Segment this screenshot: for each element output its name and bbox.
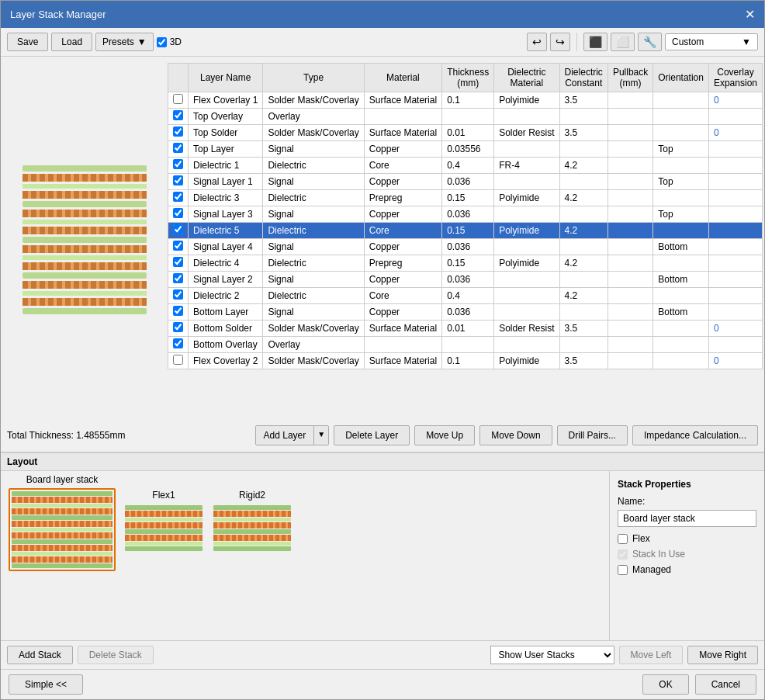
impedance-button[interactable]: Impedance Calculation... — [632, 425, 758, 445]
table-row[interactable]: Dielectric 5 Dielectric Core 0.15 Polyim… — [168, 223, 763, 239]
row-name-cell[interactable]: Signal Layer 1 — [189, 174, 263, 190]
row-check-cell[interactable] — [168, 92, 189, 109]
drill-pairs-button[interactable]: Drill Pairs... — [557, 425, 628, 445]
row-checkbox[interactable] — [173, 257, 183, 267]
redo-button[interactable]: ↪ — [550, 33, 570, 51]
cancel-button[interactable]: Cancel — [695, 674, 756, 695]
row-checkbox[interactable] — [173, 322, 183, 332]
row-checkbox[interactable] — [173, 159, 183, 169]
row-name-cell[interactable]: Signal Layer 3 — [189, 206, 263, 223]
row-checkbox[interactable] — [173, 110, 183, 120]
managed-checkbox-row[interactable]: Managed — [618, 564, 756, 575]
row-check-cell[interactable] — [168, 337, 189, 353]
row-name-cell[interactable]: Dielectric 5 — [189, 223, 263, 239]
delete-layer-button[interactable]: Delete Layer — [334, 425, 410, 445]
table-row[interactable]: Bottom Overlay Overlay — [168, 337, 763, 353]
row-checkbox[interactable] — [173, 273, 183, 283]
icon-btn-1[interactable]: ⬛ — [583, 33, 608, 51]
table-row[interactable]: Dielectric 4 Dielectric Prepreg 0.15 Pol… — [168, 255, 763, 272]
row-check-cell[interactable] — [168, 190, 189, 206]
custom-select[interactable]: Custom ▼ — [665, 33, 758, 50]
stack-box-rigid2[interactable] — [212, 504, 292, 553]
row-name-cell[interactable]: Top Overlay — [189, 109, 263, 125]
managed-checkbox[interactable] — [618, 565, 628, 575]
stack-box-flex1[interactable] — [123, 504, 204, 553]
simple-button[interactable]: Simple << — [9, 674, 83, 695]
row-name-cell[interactable]: Signal Layer 4 — [189, 239, 263, 255]
row-name-cell[interactable]: Bottom Layer — [189, 304, 263, 321]
row-name-cell[interactable]: Flex Coverlay 1 — [189, 92, 263, 109]
checkbox-3d-container[interactable]: 3D — [157, 36, 182, 47]
table-row[interactable]: Dielectric 1 Dielectric Core 0.4 FR-4 4.… — [168, 158, 763, 174]
show-user-stacks-select[interactable]: Show User Stacks — [490, 646, 614, 664]
row-name-cell[interactable]: Dielectric 4 — [189, 255, 263, 272]
row-checkbox[interactable] — [173, 224, 183, 234]
row-check-cell[interactable] — [168, 239, 189, 255]
close-button[interactable]: ✕ — [745, 7, 755, 22]
row-name-cell[interactable]: Top Layer — [189, 141, 263, 158]
presets-dropdown[interactable]: Presets ▼ — [95, 33, 154, 51]
move-down-button[interactable]: Move Down — [479, 425, 552, 445]
row-check-cell[interactable] — [168, 109, 189, 125]
load-button[interactable]: Load — [51, 33, 92, 51]
row-name-cell[interactable]: Top Solder — [189, 125, 263, 141]
table-row[interactable]: Signal Layer 2 Signal Copper 0.036 Botto… — [168, 272, 763, 288]
row-check-cell[interactable] — [168, 288, 189, 304]
stack-box-board[interactable] — [9, 488, 116, 571]
table-row[interactable]: Flex Coverlay 1 Solder Mask/Coverlay Sur… — [168, 92, 763, 109]
table-row[interactable]: Top Overlay Overlay — [168, 109, 763, 125]
row-checkbox[interactable] — [173, 208, 183, 218]
table-row[interactable]: Bottom Solder Solder Mask/Coverlay Surfa… — [168, 321, 763, 337]
table-row[interactable]: Signal Layer 3 Signal Copper 0.036 Top — [168, 206, 763, 223]
row-checkbox[interactable] — [173, 192, 183, 202]
row-checkbox[interactable] — [173, 306, 183, 316]
add-stack-button[interactable]: Add Stack — [7, 646, 73, 664]
row-checkbox[interactable] — [173, 338, 183, 348]
row-checkbox[interactable] — [173, 241, 183, 251]
table-row[interactable]: Signal Layer 4 Signal Copper 0.036 Botto… — [168, 239, 763, 255]
name-prop-input[interactable] — [618, 510, 756, 527]
row-check-cell[interactable] — [168, 255, 189, 272]
row-check-cell[interactable] — [168, 174, 189, 190]
row-name-cell[interactable]: Dielectric 1 — [189, 158, 263, 174]
row-checkbox[interactable] — [173, 289, 183, 300]
flex-checkbox-row[interactable]: Flex — [618, 533, 756, 544]
move-left-button[interactable]: Move Left — [619, 646, 684, 664]
row-checkbox[interactable] — [173, 94, 183, 104]
icon-btn-3[interactable]: 🔧 — [638, 33, 662, 51]
move-up-button[interactable]: Move Up — [414, 425, 475, 445]
table-row[interactable]: Top Solder Solder Mask/Coverlay Surface … — [168, 125, 763, 141]
row-name-cell[interactable]: Flex Coverlay 2 — [189, 353, 263, 369]
checkbox-3d-input[interactable] — [157, 37, 167, 47]
row-check-cell[interactable] — [168, 158, 189, 174]
table-row[interactable]: Dielectric 2 Dielectric Core 0.4 4.2 — [168, 288, 763, 304]
stack-item-board[interactable]: Board layer stack — [9, 474, 116, 637]
move-right-button[interactable]: Move Right — [687, 646, 758, 664]
row-check-cell[interactable] — [168, 206, 189, 223]
row-check-cell[interactable] — [168, 353, 189, 369]
row-name-cell[interactable]: Bottom Overlay — [189, 337, 263, 353]
row-checkbox[interactable] — [173, 126, 183, 137]
row-check-cell[interactable] — [168, 321, 189, 337]
stack-item-flex1[interactable]: Flex1 — [123, 490, 204, 637]
row-check-cell[interactable] — [168, 141, 189, 158]
add-layer-arrow[interactable]: ▼ — [313, 426, 328, 445]
row-check-cell[interactable] — [168, 272, 189, 288]
stack-item-rigid2[interactable]: Rigid2 — [212, 490, 292, 637]
row-check-cell[interactable] — [168, 223, 189, 239]
table-row[interactable]: Top Layer Signal Copper 0.03556 Top — [168, 141, 763, 158]
table-row[interactable]: Bottom Layer Signal Copper 0.036 Bottom — [168, 304, 763, 321]
save-button[interactable]: Save — [7, 33, 48, 51]
ok-button[interactable]: OK — [642, 674, 688, 695]
table-row[interactable]: Signal Layer 1 Signal Copper 0.036 Top — [168, 174, 763, 190]
row-check-cell[interactable] — [168, 304, 189, 321]
table-row[interactable]: Dielectric 3 Dielectric Prepreg 0.15 Pol… — [168, 190, 763, 206]
row-name-cell[interactable]: Signal Layer 2 — [189, 272, 263, 288]
row-name-cell[interactable]: Dielectric 2 — [189, 288, 263, 304]
row-checkbox[interactable] — [173, 175, 183, 185]
row-check-cell[interactable] — [168, 125, 189, 141]
undo-button[interactable]: ↩ — [527, 33, 547, 51]
table-row[interactable]: Flex Coverlay 2 Solder Mask/Coverlay Sur… — [168, 353, 763, 369]
add-layer-group[interactable]: Add Layer ▼ — [255, 425, 330, 445]
row-checkbox[interactable] — [173, 143, 183, 153]
